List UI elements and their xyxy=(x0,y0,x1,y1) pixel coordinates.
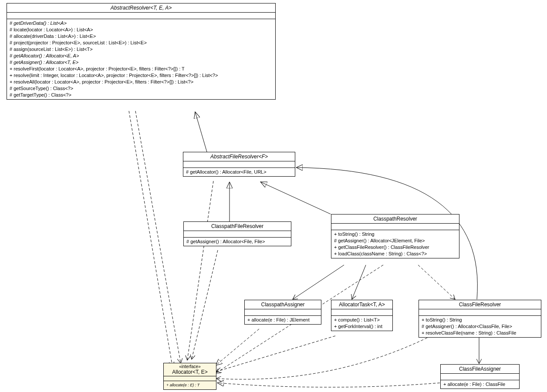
attrs xyxy=(7,13,275,19)
title: AbstractFileResolver<F> xyxy=(210,154,268,160)
interface-allocator: «interface» Allocator<T, E> + allocate(e… xyxy=(163,363,216,390)
class-abstract-resolver: AbstractResolver<T, E, A> # getDriverDat… xyxy=(7,3,276,100)
attrs xyxy=(419,309,541,316)
ops: + compute() : List<T> + getForkInterval(… xyxy=(331,316,392,331)
class-classpath-resolver: ClasspathResolver + toString() : String … xyxy=(331,214,459,258)
class-class-file-resolver: ClassFileResolver + toString() : String … xyxy=(419,300,541,338)
attrs xyxy=(184,231,291,238)
attrs xyxy=(183,161,295,168)
class-abstract-file-resolver: AbstractFileResolver<F> # getAllocator()… xyxy=(183,152,295,177)
title: ClassFileResolver xyxy=(459,302,501,308)
ops: # getDriverData() : List<A> # locate(loc… xyxy=(7,19,275,99)
attrs xyxy=(331,309,392,316)
svg-line-5 xyxy=(192,250,218,359)
ops: + toString() : String # getAssigner() : … xyxy=(331,230,459,258)
attrs xyxy=(331,224,459,230)
svg-line-2 xyxy=(195,112,207,152)
svg-line-8 xyxy=(352,265,366,299)
ops: + allocate(e : File) : JElement xyxy=(245,316,321,324)
title: AllocatorTask<T, A> xyxy=(339,302,385,308)
title: ClasspathFileResolver xyxy=(211,223,263,229)
svg-line-10 xyxy=(216,336,335,372)
title: ClassFileAssigner xyxy=(459,366,501,372)
svg-line-0 xyxy=(129,111,172,367)
title: Allocator<T, E> xyxy=(172,369,207,375)
stereotype: «interface» xyxy=(165,364,215,369)
attrs xyxy=(164,376,216,381)
title: ClasspathResolver xyxy=(373,216,417,222)
ops: # getAllocator() : Allocator<File, URL> xyxy=(183,168,295,176)
svg-line-12 xyxy=(216,329,259,365)
svg-line-3 xyxy=(187,181,213,360)
title: AbstractResolver<T, E, A> xyxy=(111,5,172,11)
title: ClasspathAssigner xyxy=(261,302,304,308)
ops: + allocate(e : E) : T xyxy=(164,381,216,389)
svg-line-9 xyxy=(418,265,455,299)
class-class-file-assigner: ClassFileAssigner + allocate(e : File) :… xyxy=(440,364,520,389)
ops: + allocate(e : File) : ClassFile xyxy=(441,380,519,389)
ops: + toString() : String # getAssigner() : … xyxy=(419,316,541,337)
ops: # getAssigner() : Allocator<File, File> xyxy=(184,238,291,246)
class-classpath-assigner: ClasspathAssigner + allocate(e : File) :… xyxy=(244,300,321,325)
attrs xyxy=(441,374,519,380)
attrs xyxy=(245,309,321,316)
svg-line-1 xyxy=(135,111,181,363)
svg-line-7 xyxy=(293,265,344,299)
class-allocator-task: AllocatorTask<T, A> + compute() : List<T… xyxy=(331,300,393,331)
svg-line-6 xyxy=(260,182,331,214)
class-classpath-file-resolver: ClasspathFileResolver # getAssigner() : … xyxy=(183,221,291,246)
